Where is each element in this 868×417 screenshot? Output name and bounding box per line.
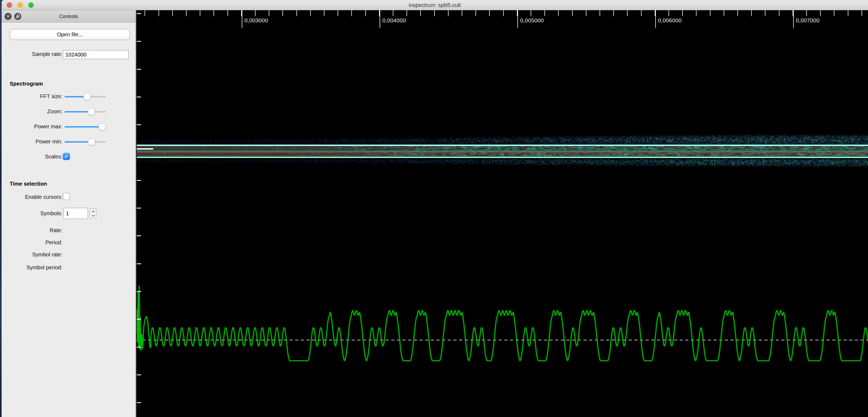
title-bar[interactable]: inspectrum: split5.cu8 — [2, 0, 868, 10]
time-tick-minor — [682, 10, 683, 16]
time-tick-minor — [627, 10, 627, 16]
time-tick-minor — [710, 10, 711, 16]
slider-knob[interactable] — [98, 123, 106, 130]
slider-fill — [65, 111, 91, 113]
time-axis-label: 0,003000 — [244, 17, 268, 24]
time-tick-minor — [227, 10, 228, 16]
chevron-down-icon[interactable] — [92, 213, 95, 217]
time-tick-minor — [448, 10, 448, 16]
sample-rate-label: Sample rate: — [6, 51, 62, 57]
time-tick-minor — [599, 10, 600, 16]
scales-label: Scales: — [6, 154, 62, 160]
time-axis-label: 0,005000 — [520, 17, 544, 24]
time-tick-major — [518, 10, 518, 28]
controls-dock: × Controls Open file... Sample rate: Spe… — [2, 10, 136, 417]
zoom-slider[interactable] — [65, 111, 106, 113]
time-tick-minor — [324, 10, 324, 16]
power-max-slider[interactable] — [65, 126, 106, 128]
time-tick-minor — [407, 10, 407, 16]
symbol-period-label: Symbol period: — [6, 264, 62, 271]
checkmark-icon: ✓ — [64, 154, 69, 159]
fft-size-label: FFT size: — [6, 93, 62, 100]
time-tick-minor — [214, 10, 214, 16]
time-tick-minor — [475, 10, 476, 16]
time-selection-heading: Time selection — [10, 181, 47, 187]
frequency-tick — [137, 319, 141, 320]
frequency-tick — [137, 41, 141, 42]
power-max-label: Power max: — [6, 124, 62, 130]
slider-fill — [65, 126, 102, 128]
time-tick-major — [655, 10, 656, 28]
time-tick-minor — [351, 10, 352, 16]
rate-label: Rate: — [6, 227, 62, 233]
frequency-tick — [137, 97, 141, 97]
spectrogram-heading: Spectrogram — [10, 81, 43, 87]
traffic-light-minimize-icon[interactable] — [18, 2, 23, 8]
dock-float-icon[interactable] — [14, 13, 21, 20]
spectrogram-view[interactable] — [137, 10, 868, 417]
time-tick-minor — [558, 10, 559, 16]
time-tick-minor — [572, 10, 572, 16]
power-min-slider[interactable] — [65, 141, 106, 142]
fft-size-slider[interactable] — [65, 96, 106, 97]
time-tick-minor — [462, 10, 462, 16]
traffic-light-zoom-icon[interactable] — [28, 2, 34, 8]
frequency-tick — [137, 402, 141, 403]
time-tick-major — [242, 10, 242, 28]
time-tick-minor — [172, 10, 173, 16]
time-tick-minor — [420, 10, 421, 16]
slider-knob[interactable] — [84, 93, 91, 100]
time-tick-minor — [613, 10, 614, 16]
time-tick-minor — [862, 10, 862, 16]
slider-knob[interactable] — [88, 138, 95, 146]
time-axis-label: 0,004000 — [382, 17, 406, 24]
dock-header[interactable]: × Controls — [2, 10, 135, 23]
enable-cursors-checkbox[interactable] — [63, 193, 70, 200]
symbols-input[interactable] — [63, 208, 88, 219]
dock-close-icon[interactable]: × — [5, 13, 11, 20]
frequency-tick — [137, 235, 141, 236]
time-tick-minor — [269, 10, 269, 16]
period-label: Period: — [6, 239, 62, 246]
symbols-label: Symbols: — [6, 211, 62, 217]
scales-checkbox[interactable]: ✓ — [63, 153, 70, 160]
frequency-tick — [137, 13, 141, 14]
time-tick-minor — [848, 10, 848, 16]
frequency-tick — [137, 69, 141, 70]
enable-cursors-label: Enable cursors: — [6, 194, 62, 200]
time-tick-minor — [765, 10, 766, 16]
time-tick-minor — [159, 10, 159, 16]
sample-rate-input[interactable] — [63, 50, 129, 59]
time-tick-minor — [503, 10, 504, 16]
app-window: inspectrum: split5.cu8 × Controls Open f… — [2, 0, 868, 417]
open-file-button[interactable]: Open file... — [10, 29, 130, 40]
time-tick-major — [380, 10, 380, 28]
time-tick-minor — [806, 10, 807, 16]
time-tick-minor — [310, 10, 311, 16]
slider-fill — [65, 141, 91, 142]
frequency-tick — [137, 180, 141, 181]
time-tick-minor — [586, 10, 586, 16]
time-tick-minor — [641, 10, 642, 16]
time-tick-minor — [779, 10, 779, 16]
time-tick-minor — [545, 10, 545, 16]
frequency-tick — [137, 263, 141, 264]
time-tick-minor — [145, 10, 145, 16]
time-tick-minor — [724, 10, 724, 16]
symbols-stepper[interactable] — [90, 208, 96, 219]
time-axis-label: 0,007000 — [796, 17, 819, 24]
traffic-light-close-icon[interactable] — [7, 2, 12, 8]
spectrogram-plot-area[interactable]: 0,0030000,0040000,0050000,0060000,007000 — [137, 10, 868, 417]
time-tick-minor — [393, 10, 393, 16]
float-squares-icon — [17, 14, 20, 17]
frequency-tick — [137, 208, 141, 208]
frequency-tick — [137, 291, 141, 292]
dock-title: Controls — [2, 10, 135, 23]
slider-knob[interactable] — [88, 108, 95, 116]
time-tick-minor — [489, 10, 490, 16]
window-title: inspectrum: split5.cu8 — [2, 0, 868, 10]
time-tick-minor — [834, 10, 834, 16]
power-min-label: Power min: — [6, 138, 62, 145]
symbol-rate-label: Symbol rate: — [6, 252, 62, 258]
time-tick-minor — [669, 10, 669, 16]
